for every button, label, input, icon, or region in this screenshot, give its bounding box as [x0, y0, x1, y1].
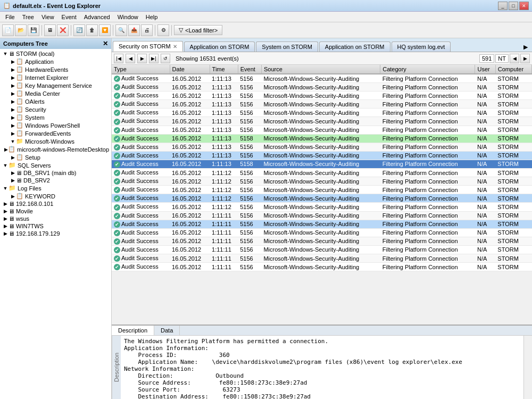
sidebar-item-setup[interactable]: ▶📋Setup — [1, 153, 110, 161]
log-table-container[interactable]: Type Date Time Event Source Category Use… — [112, 65, 532, 325]
table-row[interactable]: ✔Audit Success16.05.20121:11:115156Micro… — [112, 254, 532, 262]
col-source[interactable]: Source — [261, 65, 380, 74]
tb-find[interactable]: 🔍 — [115, 24, 127, 36]
menu-help[interactable]: Help — [143, 13, 161, 21]
tb-disconnect[interactable]: ❌ — [57, 24, 69, 36]
sidebar-item-keyword[interactable]: ▶📋KEYWORD — [1, 192, 110, 200]
table-row[interactable]: ✔Audit Success16.05.20121:11:115156Micro… — [112, 237, 532, 245]
table-row[interactable]: ✔Audit Success16.05.20121:11:135156Micro… — [112, 117, 532, 126]
tree-expand-setup[interactable]: ▶ — [10, 155, 16, 160]
load-filter-button[interactable]: ▽ <Load filter> — [174, 25, 222, 35]
table-row[interactable]: ✔Audit Success16.05.20121:11:135158Micro… — [112, 160, 532, 168]
tabs-more-button[interactable]: ▶ — [520, 43, 531, 52]
close-button[interactable]: ✕ — [519, 2, 529, 10]
tab-2[interactable]: System on STORM — [256, 41, 318, 52]
tb-clear[interactable]: 🗑 — [86, 24, 98, 36]
tree-expand-system[interactable]: ▶ — [10, 115, 16, 120]
table-row[interactable]: ✔Audit Success16.05.20121:11:135156Micro… — [112, 74, 532, 83]
table-row[interactable]: ✔Audit Success16.05.20121:11:135156Micro… — [112, 92, 532, 100]
sidebar-item-dbsrv2[interactable]: ▶🖥DB_SRV2 — [1, 177, 110, 184]
description-scrollbar[interactable] — [523, 336, 532, 399]
sidebar-item-sqlservers[interactable]: ▼📁SQL Servers — [1, 161, 110, 169]
tree-expand-mswinremote[interactable]: ▶ — [4, 147, 8, 152]
nav-first-button[interactable]: |◀ — [114, 54, 123, 63]
sidebar-item-application[interactable]: ▶📋Application — [1, 57, 110, 65]
sidebar-close-button[interactable]: ✕ — [103, 40, 108, 47]
tb-settings[interactable]: ⚙ — [157, 24, 169, 36]
sidebar-item-mswin[interactable]: ▼📁Microsoft-Windows — [1, 137, 110, 145]
tb-connect[interactable]: 🖥 — [44, 24, 56, 36]
col-date[interactable]: Date — [170, 65, 210, 74]
sidebar-item-storm[interactable]: ▼🖥STORM (local) — [1, 50, 110, 57]
tb-filter[interactable]: 🔽 — [99, 24, 111, 36]
menu-window[interactable]: Window — [114, 13, 142, 21]
sidebar-item-mediacenter[interactable]: ▶📋Media Center — [1, 89, 110, 97]
tab-1[interactable]: Application on STORM — [184, 41, 255, 52]
tb-save[interactable]: 💾 — [28, 24, 39, 36]
col-computer[interactable]: Computer — [495, 65, 531, 74]
tab-4[interactable]: HQ system log.evt — [392, 41, 451, 52]
sidebar-item-mswinremote[interactable]: ▶📋microsoft-windows-RemoteDesktop — [1, 145, 110, 153]
tb-export[interactable]: 📤 — [128, 24, 140, 36]
sidebar-item-dbmain[interactable]: ▶🖥DB_SRV1 (main db) — [1, 169, 110, 177]
table-row[interactable]: ✔Audit Success16.05.20121:11:115156Micro… — [112, 220, 532, 228]
tree-expand-oalerts[interactable]: ▶ — [10, 99, 16, 104]
table-row[interactable]: ✔Audit Success16.05.20121:11:125156Micro… — [112, 194, 532, 203]
sidebar-item-logfiles[interactable]: ▼📁Log Files — [1, 184, 110, 192]
menu-tree[interactable]: Tree — [19, 13, 37, 21]
tb-new[interactable]: 📄 — [2, 24, 14, 36]
table-row[interactable]: ✔Audit Success16.05.20121:11:135156Micro… — [112, 100, 532, 109]
tree-expand-movie[interactable]: ▶ — [2, 209, 9, 214]
tab-close-0[interactable]: ✕ — [173, 44, 177, 49]
table-row[interactable]: ✔Audit Success16.05.20121:11:125156Micro… — [112, 203, 532, 211]
table-row[interactable]: ✔Audit Success16.05.20121:11:135156Micro… — [112, 109, 532, 117]
tree-expand-dbsrv2[interactable]: ▶ — [10, 178, 16, 183]
sidebar-item-winpsh[interactable]: ▶📋Windows PowerShell — [1, 121, 110, 129]
tree-expand-sqlservers[interactable]: ▼ — [2, 163, 9, 168]
tab-0[interactable]: Security on STORM✕ — [113, 41, 183, 52]
tree-expand-application[interactable]: ▶ — [10, 59, 16, 64]
sidebar-item-ie[interactable]: ▶📋Internet Explorer — [1, 73, 110, 81]
minimize-button[interactable]: _ — [498, 2, 508, 10]
maximize-button[interactable]: □ — [509, 2, 518, 10]
description-text[interactable]: The Windows Filtering Platform has permi… — [121, 336, 523, 399]
tree-expand-ip2[interactable]: ▶ — [2, 231, 9, 236]
tree-expand-ie[interactable]: ▶ — [10, 75, 16, 80]
tb-refresh[interactable]: 🔄 — [73, 24, 85, 36]
col-category[interactable]: Category — [380, 65, 475, 74]
sidebar-item-ip1[interactable]: ▶🖥192.168.0.101 — [1, 200, 110, 207]
tree-expand-fwdevents[interactable]: ▶ — [10, 131, 16, 136]
nav-last-button[interactable]: ▶| — [149, 54, 159, 63]
tree-expand-hardwareevents[interactable]: ▶ — [10, 67, 16, 72]
table-row[interactable]: ✔Audit Success16.05.20121:11:115156Micro… — [112, 263, 532, 271]
nav-prev-button[interactable]: ◀ — [126, 54, 135, 63]
menu-event[interactable]: Event — [59, 13, 80, 21]
table-row[interactable]: ✔Audit Success16.05.20121:11:135156Micro… — [112, 143, 532, 151]
tree-expand-winpsh[interactable]: ▶ — [10, 123, 16, 128]
sidebar-item-wsus[interactable]: ▶🖥wsus — [1, 215, 110, 222]
nav-refresh-button[interactable]: ↺ — [161, 54, 170, 63]
col-type[interactable]: Type — [112, 65, 170, 74]
tab-3[interactable]: Application on STORM — [319, 41, 390, 52]
table-row[interactable]: ✔Audit Success16.05.20121:11:135156Micro… — [112, 151, 532, 160]
sidebar-item-security[interactable]: ▶📋Security — [1, 105, 110, 113]
counter-prev-button[interactable]: ◀ — [510, 54, 519, 63]
table-row[interactable]: ✔Audit Success16.05.20121:11:115156Micro… — [112, 228, 532, 237]
table-row[interactable]: ✔Audit Success16.05.20121:11:125156Micro… — [112, 177, 532, 186]
sidebar-item-ip2[interactable]: ▶🖥192.168.179.129 — [1, 230, 110, 237]
sidebar-item-system[interactable]: ▶📋System — [1, 113, 110, 121]
tree-expand-ip1[interactable]: ▶ — [2, 201, 9, 206]
sidebar-item-hardwareevents[interactable]: ▶📋HardwareEvents — [1, 65, 110, 73]
col-time[interactable]: Time — [210, 65, 238, 74]
table-row[interactable]: ✔Audit Success16.05.20121:11:115156Micro… — [112, 245, 532, 254]
col-user[interactable]: User — [475, 65, 495, 74]
tree-expand-storm[interactable]: ▼ — [2, 51, 9, 56]
table-row[interactable]: ✔Audit Success16.05.20121:11:135156Micro… — [112, 83, 532, 92]
col-event[interactable]: Event — [238, 65, 261, 74]
sidebar-tree[interactable]: ▼🖥STORM (local)▶📋Application▶📋HardwareEv… — [0, 49, 111, 399]
desc-tab-0[interactable]: Description — [112, 326, 154, 335]
table-row[interactable]: ✔Audit Success16.05.20121:11:135158Micro… — [112, 134, 532, 143]
table-row[interactable]: ✔Audit Success16.05.20121:11:125156Micro… — [112, 186, 532, 194]
menu-file[interactable]: File — [2, 13, 18, 21]
sidebar-item-fwdevents[interactable]: ▶📋ForwardedEvents — [1, 129, 110, 137]
